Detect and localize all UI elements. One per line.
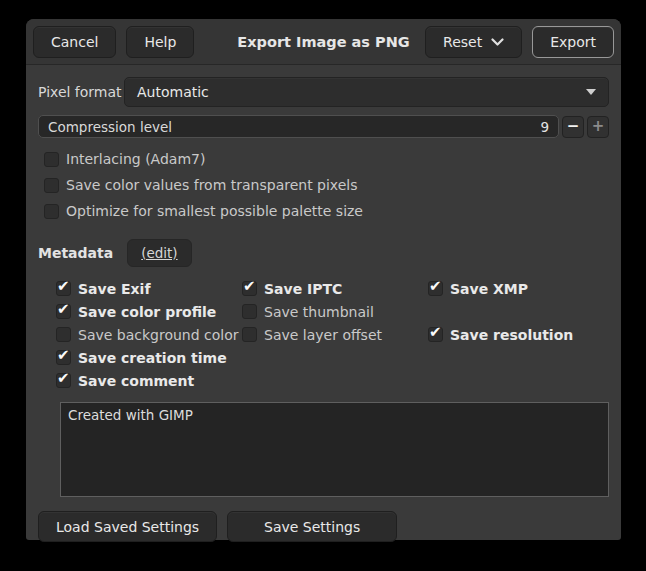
checkbox[interactable]	[56, 327, 71, 342]
export-button[interactable]: Export	[532, 26, 614, 58]
export-png-dialog: Cancel Help Export Image as PNG Reset Ex…	[26, 19, 621, 540]
checkbox-save-creation-time[interactable]: Save creation time	[56, 349, 242, 367]
pixel-format-row: Pixel format Automatic	[38, 77, 609, 107]
checkbox[interactable]	[428, 281, 443, 296]
checkbox[interactable]	[56, 350, 71, 365]
checkbox-label: Save comment	[78, 373, 194, 389]
checkbox-save-iptc[interactable]: Save IPTC	[242, 280, 428, 298]
save-settings-button[interactable]: Save Settings	[227, 511, 397, 542]
checkbox[interactable]	[44, 204, 59, 219]
checkbox-label: Save color profile	[78, 304, 216, 320]
reset-button[interactable]: Reset	[425, 26, 522, 58]
checkbox[interactable]	[242, 281, 257, 296]
load-saved-settings-button[interactable]: Load Saved Settings	[38, 511, 217, 542]
checkbox-save-comment[interactable]: Save comment	[56, 372, 242, 390]
checkbox-save-resolution[interactable]: Save resolution	[428, 326, 609, 344]
dropdown-arrow-icon	[586, 89, 596, 95]
comment-input[interactable]: Created with GIMP	[60, 402, 609, 497]
metadata-label: Metadata	[38, 245, 113, 261]
chevron-down-icon	[491, 34, 504, 50]
checkbox[interactable]	[56, 373, 71, 388]
dialog-header: Cancel Help Export Image as PNG Reset Ex…	[26, 19, 621, 65]
checkbox-save-layer-offset[interactable]: Save layer offset	[242, 326, 428, 344]
checkbox-label: Save background color	[78, 327, 239, 343]
compression-increase-button[interactable]: +	[587, 116, 609, 138]
checkbox[interactable]	[44, 152, 59, 167]
plus-icon: +	[592, 119, 605, 134]
checkbox-label: Save creation time	[78, 350, 227, 366]
checkbox[interactable]	[242, 327, 257, 342]
checkbox-save-thumbnail[interactable]: Save thumbnail	[242, 303, 428, 321]
minus-icon: −	[567, 119, 580, 134]
checkbox-label: Save layer offset	[264, 327, 382, 343]
checkbox[interactable]	[44, 178, 59, 193]
dialog-title: Export Image as PNG	[237, 34, 409, 50]
checkbox-interlacing[interactable]: Interlacing (Adam7)	[44, 150, 609, 168]
checkbox-label: Optimize for smallest possible palette s…	[66, 203, 363, 219]
metadata-edit-button[interactable]: (edit)	[127, 239, 191, 267]
cancel-button[interactable]: Cancel	[33, 26, 116, 58]
pixel-format-value: Automatic	[137, 84, 209, 100]
pixel-format-label: Pixel format	[38, 84, 124, 100]
compression-level-label: Compression level	[48, 119, 172, 135]
help-button[interactable]: Help	[126, 26, 194, 58]
checkbox-save-transparent-pixels[interactable]: Save color values from transparent pixel…	[44, 176, 609, 194]
checkbox-optimize-palette[interactable]: Optimize for smallest possible palette s…	[44, 202, 609, 220]
checkbox-label: Interlacing (Adam7)	[66, 151, 205, 167]
png-options-list: Interlacing (Adam7) Save color values fr…	[44, 150, 609, 228]
checkbox-save-color-profile[interactable]: Save color profile	[56, 303, 242, 321]
checkbox-label: Save resolution	[450, 327, 573, 343]
checkbox-label: Save color values from transparent pixel…	[66, 177, 358, 193]
checkbox-label: Save IPTC	[264, 281, 342, 297]
checkbox-save-xmp[interactable]: Save XMP	[428, 280, 609, 298]
metadata-row: Metadata (edit)	[38, 238, 609, 267]
checkbox[interactable]	[428, 327, 443, 342]
checkbox-save-exif[interactable]: Save Exif	[56, 280, 242, 298]
checkbox[interactable]	[242, 304, 257, 319]
checkbox[interactable]	[56, 304, 71, 319]
checkbox-label: Save Exif	[78, 281, 151, 297]
checkbox-label: Save thumbnail	[264, 304, 374, 320]
compression-row: Compression level 9 − +	[38, 115, 609, 138]
checkbox[interactable]	[56, 281, 71, 296]
dialog-body: Pixel format Automatic Compression level…	[26, 65, 621, 554]
compression-decrease-button[interactable]: −	[562, 116, 584, 138]
dialog-footer: Load Saved Settings Save Settings	[38, 511, 609, 542]
reset-button-label: Reset	[443, 34, 482, 50]
metadata-checkbox-grid: Save Exif Save IPTC Save XMP Save color …	[56, 277, 609, 392]
compression-level-value: 9	[540, 119, 549, 135]
checkbox-label: Save XMP	[450, 281, 528, 297]
pixel-format-dropdown[interactable]: Automatic	[124, 77, 609, 107]
checkbox-save-background-color[interactable]: Save background color	[56, 326, 242, 344]
compression-level-slider[interactable]: Compression level 9	[38, 115, 559, 138]
